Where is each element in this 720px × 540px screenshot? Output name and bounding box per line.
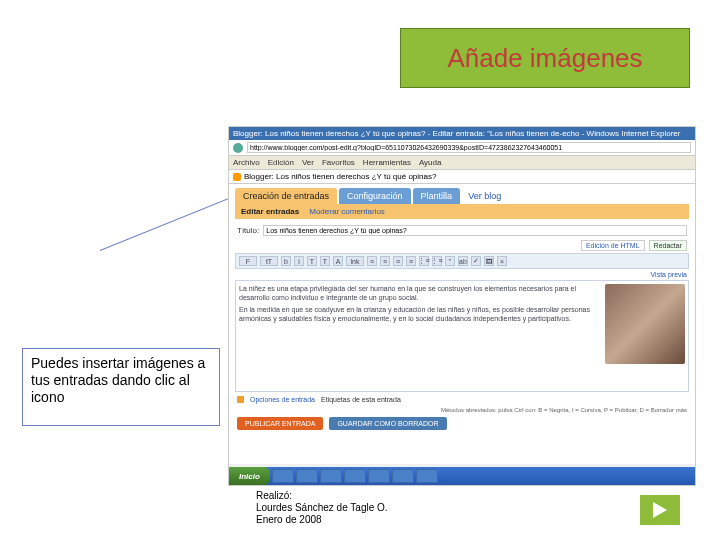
save-button[interactable]: GUARDAR COMO BORRADOR <box>329 417 446 430</box>
blogger-main-tabs: Creación de entradas Configuración Plant… <box>235 188 689 204</box>
tool-fontcolor[interactable]: A <box>333 256 343 266</box>
slide-title: Añade imágenes <box>447 43 642 74</box>
options-text: Etiquetas de esta entrada <box>321 396 401 403</box>
credits-l2: Lourdes Sánchez de Tagle O. <box>256 502 388 514</box>
tool-align-c[interactable]: ≡ <box>380 256 390 266</box>
task-item[interactable] <box>392 469 414 483</box>
ie-menu-herramientas[interactable]: Herramientas <box>363 158 411 167</box>
titulo-row: Título: <box>235 219 689 242</box>
credits: Realizó: Lourdes Sánchez de Tagle O. Ene… <box>256 490 388 526</box>
ie-menu-edicion[interactable]: Edición <box>268 158 294 167</box>
titulo-input[interactable] <box>263 225 687 236</box>
tool-check[interactable]: ✓ <box>471 256 481 266</box>
options-label[interactable]: Opciones de entrada <box>250 396 315 403</box>
next-slide-button[interactable] <box>640 495 680 525</box>
tool-italic[interactable]: i <box>294 256 304 266</box>
subtab-moderar[interactable]: Moderar comentarios <box>309 207 385 216</box>
action-buttons: PUBLICAR ENTRADA GUARDAR COMO BORRADOR <box>235 413 689 434</box>
tool-ol[interactable]: ⋮≡ <box>419 256 429 266</box>
editor-area[interactable]: La niñez es una etapa privilegiada del s… <box>235 280 689 392</box>
subtab-editar[interactable]: Editar entradas <box>241 207 299 216</box>
publish-button[interactable]: PUBLICAR ENTRADA <box>237 417 323 430</box>
ie-menu-archivo[interactable]: Archivo <box>233 158 260 167</box>
slide-title-box: Añade imágenes <box>400 28 690 88</box>
tool-align-l[interactable]: ≡ <box>367 256 377 266</box>
ie-tab-label: Blogger: Los niños tienen derechos ¿Y tú… <box>244 172 436 181</box>
tool-image-icon[interactable]: 🖼 <box>484 256 494 266</box>
editor-p1: La niñez es una etapa privilegiada del s… <box>239 284 601 302</box>
tool-bold[interactable]: b <box>281 256 291 266</box>
mode-redactar[interactable]: Redactar <box>649 240 687 251</box>
editor-text: La niñez es una etapa privilegiada del s… <box>239 284 601 388</box>
tab-configuracion[interactable]: Configuración <box>339 188 411 204</box>
task-item[interactable] <box>344 469 366 483</box>
credits-l3: Enero de 2008 <box>256 514 388 526</box>
ie-window-title: Blogger: Los niños tienen derechos ¿Y tú… <box>229 127 695 140</box>
task-item[interactable] <box>320 469 342 483</box>
options-toggle-icon[interactable] <box>237 396 244 403</box>
task-item[interactable] <box>272 469 294 483</box>
editor-p2: En la medida en que se coadyuve en la cr… <box>239 305 601 323</box>
windows-taskbar: Inicio <box>229 467 695 485</box>
blogger-subtabs: Editar entradas Moderar comentarios <box>235 204 689 219</box>
globe-icon <box>233 143 243 153</box>
tool-color[interactable]: T <box>307 256 317 266</box>
ie-menu-favoritos[interactable]: Favoritos <box>322 158 355 167</box>
blogger-body: Creación de entradas Configuración Plant… <box>229 184 695 464</box>
task-item[interactable] <box>296 469 318 483</box>
tab-plantilla[interactable]: Plantilla <box>413 188 461 204</box>
ie-menu-ayuda[interactable]: Ayuda <box>419 158 442 167</box>
tab-creacion[interactable]: Creación de entradas <box>235 188 337 204</box>
task-item[interactable] <box>368 469 390 483</box>
editor-toolbar: F tT b i T T A lnk ≡ ≡ ≡ ≡ ⋮≡ ⋮≡ " ab ✓ … <box>235 253 689 269</box>
ie-menu-ver[interactable]: Ver <box>302 158 314 167</box>
editor-image <box>605 284 685 364</box>
mode-html[interactable]: Edición de HTML <box>581 240 645 251</box>
ie-url-input[interactable] <box>247 142 691 153</box>
preview-link[interactable]: Vista previa <box>235 269 689 278</box>
mode-links: Edición de HTML Redactar <box>235 240 689 251</box>
tool-link[interactable]: lnk <box>346 256 364 266</box>
tool-ul[interactable]: ⋮≡ <box>432 256 442 266</box>
tab-verblog[interactable]: Ver blog <box>462 188 507 204</box>
ie-tab[interactable]: Blogger: Los niños tienen derechos ¿Y tú… <box>229 170 695 184</box>
ie-address-bar <box>229 140 695 156</box>
tool-remove[interactable]: × <box>497 256 507 266</box>
titulo-label: Título: <box>237 226 259 235</box>
callout-box: Puedes insertar imágenes a tus entradas … <box>22 348 220 426</box>
browser-screenshot: Blogger: Los niños tienen derechos ¿Y tú… <box>228 126 696 486</box>
callout-text: Puedes insertar imágenes a tus entradas … <box>31 355 205 405</box>
tool-font[interactable]: F <box>239 256 257 266</box>
start-button[interactable]: Inicio <box>229 467 270 485</box>
tool-size[interactable]: tT <box>260 256 278 266</box>
task-item[interactable] <box>416 469 438 483</box>
credits-l1: Realizó: <box>256 490 388 502</box>
tool-spell[interactable]: ab <box>458 256 468 266</box>
favicon-icon <box>233 173 241 181</box>
tool-quote[interactable]: " <box>445 256 455 266</box>
tool-align-r[interactable]: ≡ <box>393 256 403 266</box>
tool-bg[interactable]: T <box>320 256 330 266</box>
ie-menu-bar: Archivo Edición Ver Favoritos Herramient… <box>229 156 695 170</box>
tool-align-j[interactable]: ≡ <box>406 256 416 266</box>
options-row: Opciones de entrada Etiquetas de esta en… <box>235 392 689 407</box>
